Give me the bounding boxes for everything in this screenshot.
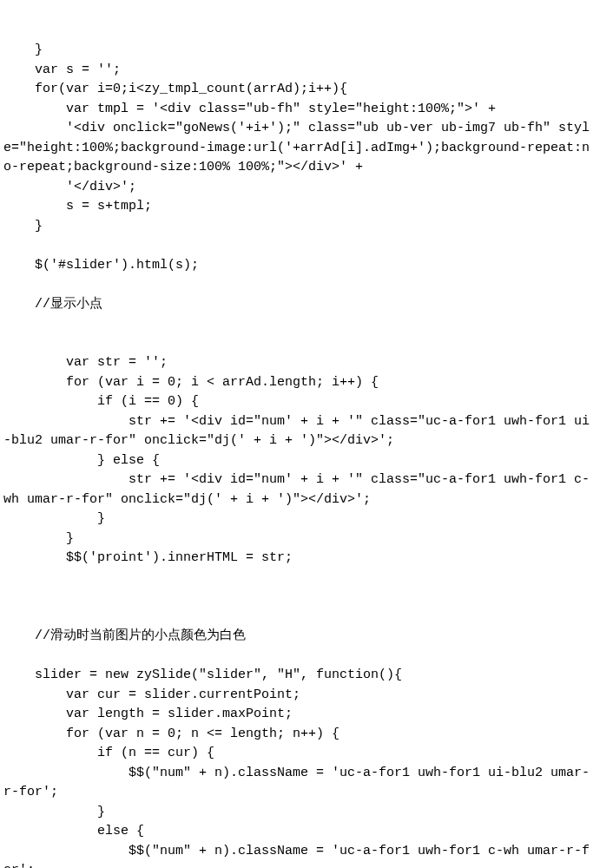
code-page: } var s = ''; for(var i=0;i<zy_tmpl_coun…	[0, 0, 600, 868]
code-block: } var s = ''; for(var i=0;i<zy_tmpl_coun…	[3, 41, 597, 868]
